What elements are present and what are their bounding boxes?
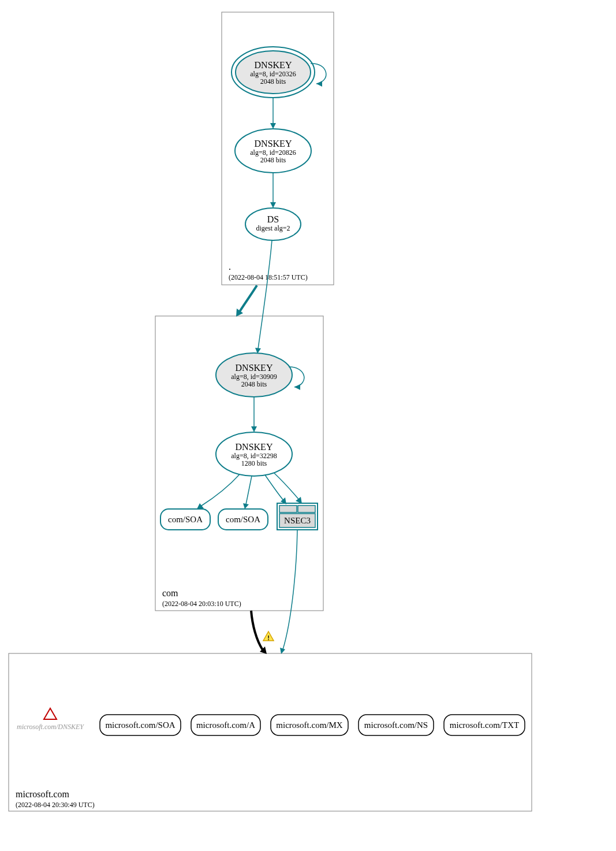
zone-microsoft-ts: (2022-08-04 20:30:49 UTC) <box>16 801 95 809</box>
svg-text:com/SOA: com/SOA <box>226 515 260 524</box>
svg-text:com/SOA: com/SOA <box>168 515 203 524</box>
svg-text:microsoft.com/A: microsoft.com/A <box>196 720 255 730</box>
zone-root-label: . <box>229 262 231 272</box>
svg-marker-15 <box>270 202 276 208</box>
node-microsoft-dnskey-missing: microsoft.com/DNSKEY <box>17 708 84 731</box>
svg-text:DNSKEY: DNSKEY <box>236 442 273 452</box>
svg-text:alg=8, id=20326: alg=8, id=20326 <box>250 70 296 78</box>
svg-marker-39 <box>243 503 249 509</box>
node-com-soa-2: com/SOA <box>218 509 268 530</box>
dnssec-diagram: . (2022-08-04 18:51:57 UTC) DNSKEY alg=8… <box>0 0 616 851</box>
node-com-zsk: DNSKEY alg=8, id=32298 1280 bits <box>216 432 292 476</box>
node-microsoft-txt: microsoft.com/TXT <box>444 715 525 735</box>
node-microsoft-soa: microsoft.com/SOA <box>100 715 181 735</box>
svg-text:1280 bits: 1280 bits <box>241 459 267 467</box>
node-root-zsk: DNSKEY alg=8, id=20826 2048 bits <box>235 129 311 173</box>
svg-text:alg=8, id=30909: alg=8, id=30909 <box>231 373 277 381</box>
svg-text:digest alg=2: digest alg=2 <box>256 224 290 232</box>
svg-marker-47 <box>44 708 57 719</box>
node-root-ksk: DNSKEY alg=8, id=20326 2048 bits <box>232 47 315 98</box>
svg-text:alg=8, id=20826: alg=8, id=20826 <box>250 148 296 157</box>
svg-rect-34 <box>279 506 297 512</box>
zone-microsoft-label: microsoft.com <box>16 789 69 799</box>
node-com-nsec3: NSEC3 <box>277 503 318 530</box>
zone-com-label: com <box>162 588 178 598</box>
zone-com: com (2022-08-04 20:03:10 UTC) DNSKEY alg… <box>155 240 323 611</box>
svg-marker-11 <box>270 123 276 129</box>
svg-text:microsoft.com/SOA: microsoft.com/SOA <box>105 720 175 730</box>
svg-text:2048 bits: 2048 bits <box>260 156 286 164</box>
svg-text:DNSKEY: DNSKEY <box>255 60 292 70</box>
svg-text:DNSKEY: DNSKEY <box>255 139 292 148</box>
svg-text:2048 bits: 2048 bits <box>260 77 286 86</box>
svg-marker-6 <box>316 81 322 87</box>
svg-text:DNSKEY: DNSKEY <box>236 363 273 373</box>
svg-text:DS: DS <box>267 214 279 224</box>
zone-root: . (2022-08-04 18:51:57 UTC) DNSKEY alg=8… <box>222 12 334 285</box>
node-microsoft-ns: microsoft.com/NS <box>359 715 434 735</box>
svg-text:microsoft.com/DNSKEY: microsoft.com/DNSKEY <box>17 723 84 731</box>
svg-rect-35 <box>298 506 315 512</box>
svg-text:alg=8, id=32298: alg=8, id=32298 <box>231 452 277 460</box>
node-microsoft-mx: microsoft.com/MX <box>271 715 348 735</box>
warning-icon-delegation: ! <box>263 631 274 641</box>
node-com-soa-1: com/SOA <box>160 509 210 530</box>
svg-marker-23 <box>294 384 300 390</box>
svg-text:2048 bits: 2048 bits <box>241 380 267 388</box>
node-com-ksk: DNSKEY alg=8, id=30909 2048 bits <box>216 353 292 397</box>
node-microsoft-a: microsoft.com/A <box>191 715 260 735</box>
node-root-ds: DS digest alg=2 <box>245 208 301 240</box>
zone-microsoft: microsoft.com (2022-08-04 20:30:49 UTC) … <box>9 530 532 811</box>
svg-marker-46 <box>280 648 285 654</box>
svg-text:NSEC3: NSEC3 <box>284 516 311 525</box>
error-icon <box>44 708 57 719</box>
zone-com-ts: (2022-08-04 20:03:10 UTC) <box>162 600 241 608</box>
svg-text:microsoft.com/NS: microsoft.com/NS <box>364 720 428 730</box>
svg-text:microsoft.com/TXT: microsoft.com/TXT <box>450 720 519 730</box>
svg-text:!: ! <box>267 634 270 641</box>
svg-marker-38 <box>197 503 204 509</box>
svg-text:microsoft.com/MX: microsoft.com/MX <box>276 720 343 730</box>
svg-marker-28 <box>251 426 257 432</box>
